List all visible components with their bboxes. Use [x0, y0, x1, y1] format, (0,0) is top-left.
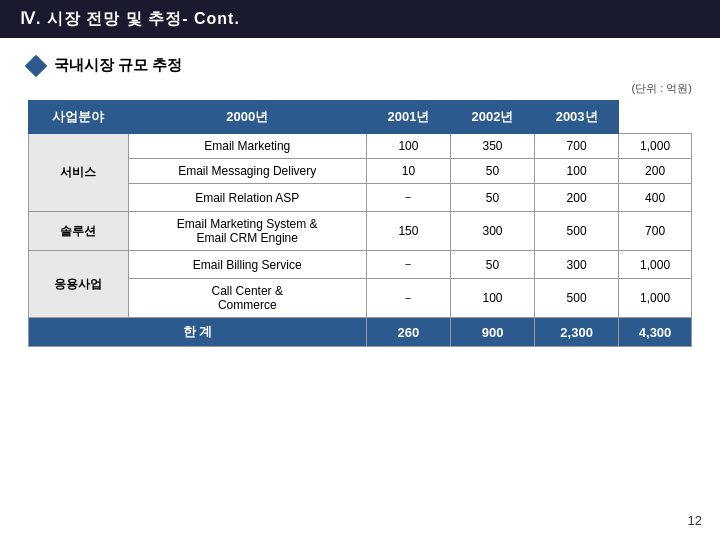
- total-label: 한 계: [29, 318, 367, 347]
- total-value-cell: 4,300: [619, 318, 692, 347]
- service-name-cell: Email Relation ASP: [128, 184, 366, 212]
- year-value-cell: －: [366, 251, 450, 279]
- col-header-2002: 2002년: [451, 101, 535, 134]
- header-bar: Ⅳ. 시장 전망 및 추정- Cont.: [0, 0, 720, 38]
- year-value-cell: －: [366, 184, 450, 212]
- table-row: 서비스Email Marketing1003507001,000: [29, 134, 692, 159]
- service-name-cell: Email Messaging Delivery: [128, 159, 366, 184]
- bullet-icon: [25, 54, 48, 77]
- year-value-cell: 50: [451, 184, 535, 212]
- year-value-cell: 700: [535, 134, 619, 159]
- year-value-cell: 1,000: [619, 134, 692, 159]
- year-value-cell: －: [366, 279, 450, 318]
- year-value-cell: 500: [535, 212, 619, 251]
- year-value-cell: 700: [619, 212, 692, 251]
- year-value-cell: 300: [451, 212, 535, 251]
- col-header-category: 사업분야: [29, 101, 129, 134]
- year-value-cell: 200: [619, 159, 692, 184]
- col-header-2000: 2000년: [128, 101, 366, 134]
- year-value-cell: 50: [451, 251, 535, 279]
- total-value-cell: 2,300: [535, 318, 619, 347]
- header-title: Ⅳ. 시장 전망 및 추정- Cont.: [20, 9, 240, 30]
- table-row: 응용사업Email Billing Service－503001,000: [29, 251, 692, 279]
- year-value-cell: 350: [451, 134, 535, 159]
- year-value-cell: 100: [451, 279, 535, 318]
- total-value-cell: 900: [451, 318, 535, 347]
- service-name-cell: Email Marketing System & Email CRM Engin…: [128, 212, 366, 251]
- category-cell: 솔루션: [29, 212, 129, 251]
- unit-label: (단위 : 억원): [28, 81, 692, 96]
- page-number: 12: [688, 513, 702, 528]
- service-name-cell: Email Marketing: [128, 134, 366, 159]
- col-header-2003: 2003년: [535, 101, 619, 134]
- service-name-cell: Email Billing Service: [128, 251, 366, 279]
- table-row: Email Relation ASP－50200400: [29, 184, 692, 212]
- year-value-cell: 1,000: [619, 251, 692, 279]
- total-value-cell: 260: [366, 318, 450, 347]
- year-value-cell: 300: [535, 251, 619, 279]
- category-cell: 서비스: [29, 134, 129, 212]
- market-table: 사업분야 2000년 2001년 2002년 2003년 서비스Email Ma…: [28, 100, 692, 347]
- year-value-cell: 150: [366, 212, 450, 251]
- table-row: Call Center & Commerce－1005001,000: [29, 279, 692, 318]
- year-value-cell: 100: [535, 159, 619, 184]
- table-header-row: 사업분야 2000년 2001년 2002년 2003년: [29, 101, 692, 134]
- content-area: 국내시장 규모 추정 (단위 : 억원) 사업분야 2000년 2001년 20…: [0, 38, 720, 357]
- col-header-2001: 2001년: [366, 101, 450, 134]
- service-name-cell: Call Center & Commerce: [128, 279, 366, 318]
- category-cell: 응용사업: [29, 251, 129, 318]
- year-value-cell: 100: [366, 134, 450, 159]
- year-value-cell: 50: [451, 159, 535, 184]
- year-value-cell: 200: [535, 184, 619, 212]
- table-row: Email Messaging Delivery1050100200: [29, 159, 692, 184]
- year-value-cell: 400: [619, 184, 692, 212]
- section-header: 국내시장 규모 추정: [28, 56, 692, 75]
- year-value-cell: 500: [535, 279, 619, 318]
- year-value-cell: 10: [366, 159, 450, 184]
- table-row: 솔루션Email Marketing System & Email CRM En…: [29, 212, 692, 251]
- year-value-cell: 1,000: [619, 279, 692, 318]
- page-container: Ⅳ. 시장 전망 및 추정- Cont. 국내시장 규모 추정 (단위 : 억원…: [0, 0, 720, 540]
- section-title: 국내시장 규모 추정: [54, 56, 182, 75]
- total-row: 한 계2609002,3004,300: [29, 318, 692, 347]
